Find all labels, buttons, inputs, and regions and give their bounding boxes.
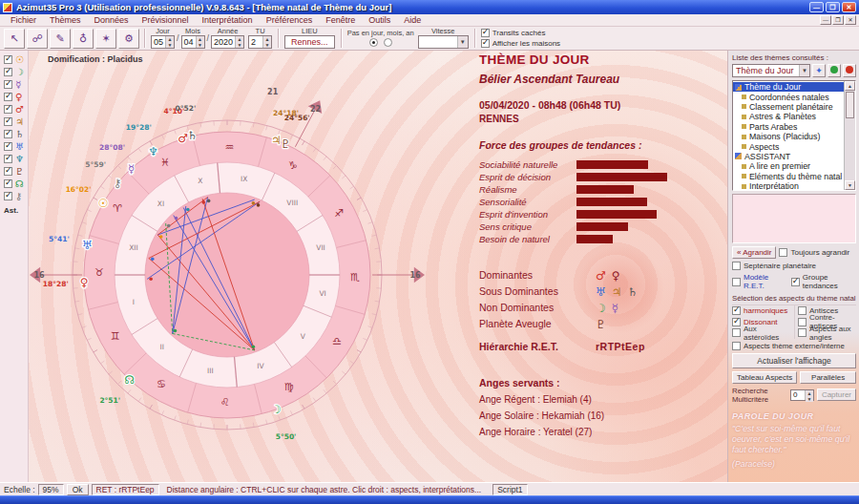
transits-caches-checkbox[interactable] xyxy=(481,29,490,37)
capturer-button[interactable]: Capturer xyxy=(817,388,856,401)
lieu-button[interactable]: Rennes... xyxy=(284,35,335,49)
themes-remove-button[interactable] xyxy=(843,64,856,77)
mois-spinner[interactable]: 04 ▲▼ xyxy=(181,35,205,49)
scroll-thumb[interactable] xyxy=(846,92,854,118)
planet-filter-checkbox[interactable] xyxy=(4,55,12,64)
spinner-arrows[interactable]: ▲▼ xyxy=(805,390,813,400)
jour-spinner[interactable]: 05 ▲▼ xyxy=(151,35,175,49)
aspect-checkbox[interactable] xyxy=(798,328,807,337)
spinner-arrows[interactable]: ▲▼ xyxy=(235,36,243,48)
agrandir-button[interactable]: « Agrandir xyxy=(732,246,776,259)
tree-item[interactable]: ASSISTANT xyxy=(733,152,844,161)
planet-glyph-icon: ☽ xyxy=(15,67,24,78)
aspect-checkbox[interactable] xyxy=(732,306,741,315)
planet-filter-checkbox[interactable] xyxy=(4,93,12,101)
tree-item[interactable]: Eléments du thème natal xyxy=(733,172,844,181)
planet-filter-checkbox[interactable] xyxy=(4,105,12,114)
menu-item-outils[interactable]: Outils xyxy=(362,15,397,25)
aspect-checkbox[interactable] xyxy=(732,318,741,326)
menu-item-aide[interactable]: Aide xyxy=(397,15,428,25)
tableau-aspects-button[interactable]: Tableau Aspects xyxy=(732,371,797,384)
annee-spinner[interactable]: 2020 ▲▼ xyxy=(211,35,244,49)
groupe-tendances-checkbox[interactable] xyxy=(791,278,800,286)
vitesse-combo[interactable]: ▼ xyxy=(418,35,469,49)
taskbar[interactable] xyxy=(0,495,859,504)
pas-radio-1[interactable] xyxy=(369,38,378,47)
star-tool-button[interactable]: ✶ xyxy=(95,29,116,49)
themes-combo[interactable]: Thème du Jour ▼ xyxy=(732,64,810,77)
pas-radio-2[interactable] xyxy=(384,38,392,47)
sparkle-icon: ✦ xyxy=(815,66,823,75)
tree-item[interactable]: Aspects xyxy=(733,141,844,151)
aspect-checkbox[interactable] xyxy=(798,306,807,315)
tree-item[interactable]: A lire en premier xyxy=(733,161,844,171)
menu-item-fichier[interactable]: Fichier xyxy=(4,15,43,25)
ret-label: Hiérarchie R.E.T. xyxy=(479,341,596,352)
svg-text:VII: VII xyxy=(316,243,325,252)
planet-filter-checkbox[interactable] xyxy=(4,130,12,138)
chevron-down-icon: ▼ xyxy=(457,36,468,48)
tree-item-label: A lire en premier xyxy=(749,161,810,171)
actualiser-button[interactable]: Actualiser l'affichage xyxy=(732,353,856,368)
tree-item[interactable]: Classement planétaire xyxy=(733,102,844,112)
menu-item-thèmes[interactable]: Thèmes xyxy=(43,15,88,25)
maximize-button[interactable]: ❐ xyxy=(826,2,840,12)
mdi-minimize-button[interactable]: — xyxy=(820,15,831,25)
toujours-agrandir-checkbox[interactable] xyxy=(779,248,787,257)
cursor-tool-button[interactable]: ↖ xyxy=(4,29,25,49)
aspect-checkbox[interactable] xyxy=(732,328,741,337)
edit-tool-button[interactable]: ✎ xyxy=(50,29,71,49)
planet-filter-checkbox[interactable] xyxy=(4,192,12,200)
planet-filter-checkbox[interactable] xyxy=(4,167,12,176)
planet-filter-checkbox[interactable] xyxy=(4,179,12,188)
tree-item[interactable]: Parts Arabes xyxy=(733,122,844,132)
planet-filter-checkbox[interactable] xyxy=(4,117,12,126)
menu-item-interprétation[interactable]: Interprétation xyxy=(196,15,260,25)
paralleles-button[interactable]: Parallèles xyxy=(800,371,856,384)
close-button[interactable]: ✕ xyxy=(842,2,856,12)
mdi-restore-button[interactable]: ❐ xyxy=(832,15,844,25)
tree-item[interactable]: Coordonnées natales xyxy=(733,92,844,101)
tree-scrollbar[interactable]: ▲ ▼ xyxy=(844,81,855,190)
svg-text:♀: ♀ xyxy=(80,276,89,289)
aspect-checkbox[interactable] xyxy=(798,318,807,326)
mdi-close-button[interactable]: ✕ xyxy=(845,15,856,25)
modele-ret-checkbox[interactable] xyxy=(732,278,741,286)
tree-item[interactable]: Interprétation xyxy=(733,181,844,191)
aspects-externe-checkbox[interactable] xyxy=(732,342,741,350)
planet-filter-checkbox[interactable] xyxy=(4,68,12,76)
afficher-maisons-checkbox[interactable] xyxy=(481,39,490,48)
ok-button[interactable]: Ok xyxy=(67,484,89,495)
recherche-spinner[interactable]: 0 ▲▼ xyxy=(790,389,814,401)
planet-filter-checkbox[interactable] xyxy=(4,155,12,163)
tree-item[interactable]: Maisons (Placidus) xyxy=(733,132,844,141)
minimize-button[interactable]: — xyxy=(809,2,824,12)
scroll-down-icon[interactable]: ▼ xyxy=(845,180,855,190)
green-dot-icon xyxy=(830,66,838,74)
planet-filter-checkbox[interactable] xyxy=(4,142,12,151)
septenaire-checkbox[interactable] xyxy=(732,262,741,270)
themes-add-button[interactable] xyxy=(828,64,841,77)
tu-spinner[interactable]: 2 ▲▼ xyxy=(248,35,272,49)
planet-filter-checkbox[interactable] xyxy=(4,80,12,89)
world-tool-button[interactable]: ♁ xyxy=(73,29,94,49)
spinner-arrows[interactable]: ▲▼ xyxy=(165,36,174,48)
tree-item[interactable]: Thème du Jour xyxy=(733,82,844,92)
spinner-arrows[interactable]: ▲▼ xyxy=(196,36,204,48)
themes-sparkle-button[interactable]: ✦ xyxy=(812,64,826,77)
aspect-check-label: harmoniques xyxy=(744,306,787,315)
natal-wheel[interactable]: ♉♊♋♌♍♎♏♐♑♒♓♈IIIIIIIVVVIVIIVIIIIXXXIXII☉1… xyxy=(29,51,458,482)
settings-tool-button[interactable]: ⚙ xyxy=(118,29,139,49)
spinner-arrows[interactable]: ▲▼ xyxy=(262,36,271,48)
menu-item-fenêtre[interactable]: Fenêtre xyxy=(319,15,362,25)
scroll-up-icon[interactable]: ▲ xyxy=(845,81,855,91)
bullet-icon xyxy=(742,94,746,99)
aspects-tool-button[interactable]: ☍ xyxy=(27,29,48,49)
svg-text:16: 16 xyxy=(409,271,421,280)
title-bar[interactable]: Azimut35 Pro 3 (Utilisation professionne… xyxy=(0,0,859,14)
tree-item[interactable]: Astres & Planètes xyxy=(733,112,844,121)
menu-item-prévisionnel[interactable]: Prévisionnel xyxy=(136,15,196,25)
menu-item-préférences[interactable]: Préférences xyxy=(260,15,320,25)
angels-block: Anges servants : Ange Régent : Elemiah (… xyxy=(479,377,727,437)
menu-item-données[interactable]: Données xyxy=(88,15,136,25)
